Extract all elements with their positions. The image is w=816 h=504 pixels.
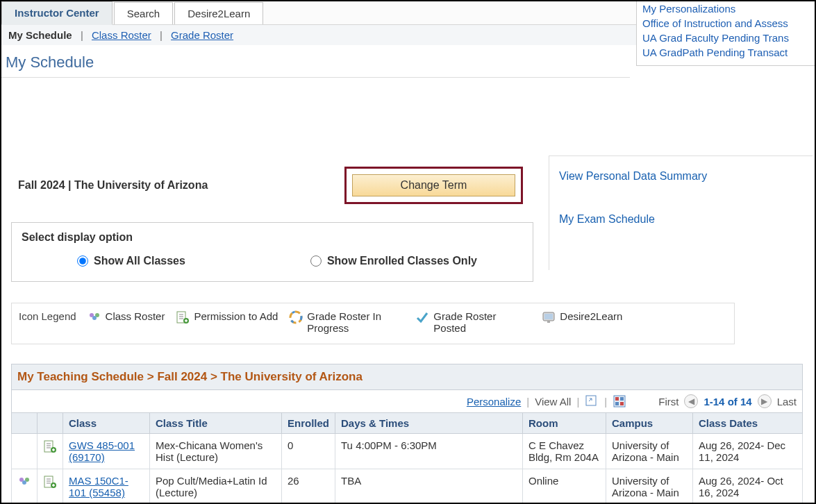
permission-add-icon[interactable] bbox=[43, 444, 57, 455]
svg-rect-13 bbox=[586, 396, 596, 405]
col-icon2 bbox=[38, 413, 63, 434]
row-permission-icon-cell[interactable] bbox=[38, 434, 63, 469]
radio-show-enrolled-input[interactable] bbox=[310, 255, 322, 267]
col-enrolled[interactable]: Enrolled bbox=[282, 413, 335, 434]
icon-legend: Icon Legend Class Roster Permission to A… bbox=[11, 303, 735, 344]
row-permission-icon-cell[interactable] bbox=[38, 469, 63, 505]
display-option-box: Select display option Show All Classes S… bbox=[11, 222, 533, 282]
row-days-times: Tu 4:00PM - 6:30PM bbox=[335, 434, 523, 469]
personalize-link[interactable]: Personalize bbox=[467, 396, 521, 408]
tab-instructor-center[interactable]: Instructor Center bbox=[1, 1, 113, 25]
col-icon1 bbox=[12, 413, 38, 434]
row-enrolled: 26 bbox=[282, 469, 335, 505]
row-room: C E Chavez Bldg, Rm 204A bbox=[523, 434, 606, 469]
svg-point-26 bbox=[22, 480, 26, 485]
radio-show-enrolled[interactable]: Show Enrolled Classes Only bbox=[310, 255, 477, 267]
link-grad-faculty[interactable]: UA Grad Faculty Pending Trans bbox=[642, 31, 811, 45]
grade-roster-progress-icon bbox=[289, 310, 303, 324]
col-room[interactable]: Room bbox=[523, 413, 606, 434]
class-link[interactable]: MAS 150C1-101 (55458) bbox=[69, 475, 128, 498]
table-row: MAS 150C1-101 (55458)Pop Cult/Media+Lati… bbox=[12, 469, 803, 505]
next-page-button[interactable]: ▶ bbox=[758, 394, 772, 408]
permission-add-icon bbox=[176, 310, 190, 324]
link-personal-data-summary[interactable]: View Personal Data Summary bbox=[559, 170, 803, 183]
view-all-link[interactable]: View All bbox=[535, 396, 571, 408]
page-title: My Schedule bbox=[1, 45, 630, 78]
tab-search[interactable]: Search bbox=[114, 2, 174, 24]
col-class[interactable]: Class bbox=[63, 413, 150, 434]
table-row: GWS 485-001 (69170)Mex-Chicana Women's H… bbox=[12, 434, 803, 469]
permission-add-icon[interactable] bbox=[43, 479, 57, 491]
svg-rect-16 bbox=[620, 397, 624, 401]
term-text: Fall 2024 | The University of Arizona bbox=[18, 179, 344, 192]
side-links-panel: My Personalizations Office of Instructio… bbox=[636, 1, 816, 66]
col-class-title[interactable]: Class Title bbox=[150, 413, 282, 434]
row-campus: University of Arizona - Main bbox=[606, 434, 693, 469]
col-class-dates[interactable]: Class Dates bbox=[693, 413, 803, 434]
radio-show-all[interactable]: Show All Classes bbox=[77, 255, 185, 267]
display-option-heading: Select display option bbox=[22, 231, 523, 244]
subnav-grade-roster[interactable]: Grade Roster bbox=[171, 29, 233, 41]
tab-d2l[interactable]: Desire2Learn bbox=[174, 2, 263, 24]
first-link[interactable]: First bbox=[658, 396, 678, 408]
last-link[interactable]: Last bbox=[777, 396, 797, 408]
download-icon[interactable] bbox=[613, 394, 626, 408]
class-roster-icon[interactable] bbox=[17, 479, 31, 491]
row-days-times: TBA bbox=[335, 469, 523, 505]
schedule-table: Class Class Title Enrolled Days & Times … bbox=[11, 412, 803, 504]
col-days-times[interactable]: Days & Times bbox=[335, 413, 523, 434]
svg-point-2 bbox=[92, 316, 97, 320]
class-link[interactable]: GWS 485-001 (69170) bbox=[69, 439, 135, 463]
class-roster-icon bbox=[88, 310, 101, 324]
row-roster-icon-cell bbox=[12, 434, 38, 469]
link-exam-schedule[interactable]: My Exam Schedule bbox=[559, 213, 803, 226]
table-toolbar: Personalize | View All | | First ◀ 1-14 … bbox=[11, 390, 803, 412]
row-campus: University of Arizona - Main bbox=[606, 469, 693, 505]
row-enrolled: 0 bbox=[282, 434, 335, 469]
link-gradpath[interactable]: UA GradPath Pending Transact bbox=[642, 45, 811, 60]
change-term-highlight: Change Term bbox=[344, 167, 523, 204]
svg-rect-18 bbox=[620, 402, 624, 405]
subnav-my-schedule[interactable]: My Schedule bbox=[8, 29, 72, 41]
row-room: Online bbox=[523, 469, 606, 505]
svg-rect-15 bbox=[615, 397, 619, 401]
page-range: 1-14 of 14 bbox=[703, 396, 751, 408]
row-roster-icon-cell[interactable] bbox=[12, 469, 38, 505]
col-campus[interactable]: Campus bbox=[606, 413, 693, 434]
d2l-icon bbox=[542, 310, 556, 324]
radio-show-all-input[interactable] bbox=[77, 255, 88, 267]
subnav-class-roster[interactable]: Class Roster bbox=[92, 29, 151, 41]
row-class: MAS 150C1-101 (55458) bbox=[63, 469, 150, 505]
link-my-personalizations[interactable]: My Personalizations bbox=[642, 1, 811, 16]
row-class: GWS 485-001 (69170) bbox=[63, 434, 150, 469]
svg-rect-17 bbox=[615, 402, 619, 405]
link-office-instruction[interactable]: Office of Instruction and Assess bbox=[642, 16, 811, 31]
prev-page-button[interactable]: ◀ bbox=[684, 394, 698, 408]
schedule-header-bar: My Teaching Schedule > Fall 2024 > The U… bbox=[11, 364, 803, 390]
row-title: Mex-Chicana Women's Hist (Lecture) bbox=[150, 434, 282, 469]
right-quick-links: View Personal Data Summary My Exam Sched… bbox=[549, 156, 813, 270]
row-dates: Aug 26, 2024- Dec 11, 2024 bbox=[693, 434, 803, 469]
change-term-button[interactable]: Change Term bbox=[352, 174, 515, 196]
row-dates: Aug 26, 2024- Oct 16, 2024 bbox=[693, 469, 803, 505]
grade-roster-posted-icon bbox=[415, 310, 429, 324]
zoom-icon[interactable] bbox=[585, 394, 599, 408]
svg-rect-11 bbox=[544, 314, 553, 319]
legend-label: Icon Legend bbox=[19, 310, 76, 322]
row-title: Pop Cult/Media+Latin Id (Lecture) bbox=[150, 469, 282, 505]
svg-rect-12 bbox=[547, 321, 550, 323]
